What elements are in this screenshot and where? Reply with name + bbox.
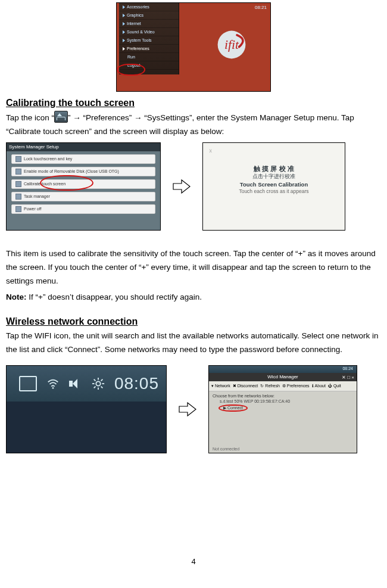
calibration-sub-cn: 点击十字进行校准 — [203, 173, 345, 181]
heading-wireless: Wireless network connection — [6, 316, 381, 327]
screenshot-touch-calibration: ☓ 触 摸 屏 校 准 点击十字进行校准 Touch Screen Calibr… — [202, 142, 345, 231]
calibration-cross-icon: ☓ — [209, 148, 212, 154]
menu-item: Preferences — [119, 45, 179, 53]
heading-calibrating: Calibrating the touch screen — [6, 98, 381, 108]
brand-logo: ifit — [205, 27, 258, 63]
list-item: Enable mode of Removable Disk (Close USB… — [11, 167, 155, 176]
paragraph-calibrate-intro: Tap the icon “” → “Preferences” → “SysSe… — [6, 111, 381, 139]
toolbar: ▾Network ✖Disconnect ↻Refresh ⚙Preferenc… — [209, 381, 357, 391]
calibration-title-cn: 触 摸 屏 校 准 — [203, 164, 345, 173]
svg-line-8 — [94, 379, 96, 381]
menu-item: Sound & Video — [119, 28, 179, 36]
window-title: System Manager Setup — [7, 143, 160, 151]
screenshot-status-bar: 08:05 — [6, 365, 167, 453]
menu-item: Internet — [119, 20, 179, 28]
list-item: Power off — [11, 204, 155, 214]
app-drawer-icon — [19, 376, 37, 391]
arrow-right-icon — [177, 399, 198, 419]
status-time: 08:24 — [342, 366, 353, 371]
speaker-icon — [69, 377, 82, 390]
toolbar-item: ▾Network — [211, 384, 230, 388]
figure-row-wifi: 08:05 08:24 Wicd Manager✕ □ × ▾Network ✖… — [6, 365, 381, 453]
svg-line-11 — [101, 379, 103, 381]
toolbar-item: ⚙Preferences — [282, 384, 310, 388]
paragraph-calibrate-note: Note: If “+” doesn’t disappear, you shou… — [6, 291, 381, 304]
paragraph-wireless: Tap the WIFI icon, the unit will search … — [6, 329, 381, 357]
menu-item: Run — [119, 53, 179, 61]
screenshot-desktop-menu: 08:21 Accessories Graphics Internet Soun… — [116, 2, 271, 92]
screenshot-system-manager-setup: System Manager Setup Lock touchscreen an… — [6, 142, 161, 231]
toolbar-item: ⏻Quit — [328, 384, 341, 388]
figure-row-calibrate: System Manager Setup Lock touchscreen an… — [6, 142, 381, 231]
highlight-oval — [117, 64, 145, 76]
status-time: 08:21 — [255, 5, 267, 10]
brightness-icon — [92, 377, 105, 390]
svg-point-2 — [52, 387, 54, 388]
svg-text:ifit: ifit — [224, 38, 239, 52]
toolbar-item: ℹAbout — [312, 384, 326, 388]
menu-item: Accessories — [119, 3, 179, 11]
calibration-sub-en: Touch each cross as it appears — [203, 188, 345, 194]
status-text: Not connected — [213, 447, 239, 451]
network-entry: s.d.test 50% WEP 00:19:5B:E7:CA:40 — [220, 399, 353, 403]
note-label: Note: — [6, 293, 27, 301]
highlight-oval: ▶ Connect — [219, 405, 248, 412]
menu-item: Graphics — [119, 11, 179, 20]
arrow-right-icon — [171, 176, 192, 197]
svg-line-9 — [101, 386, 103, 388]
menu-item: System Tools — [119, 36, 179, 45]
wifi-icon — [46, 377, 60, 390]
page-number: 4 — [0, 557, 387, 566]
prompt-text: Choose from the networks below: — [213, 394, 353, 398]
toolbar-item: ↻Refresh — [260, 384, 280, 388]
list-item: Lock touchscreen and key — [11, 154, 155, 164]
calibration-title-en: Touch Screen Calibration — [203, 181, 345, 188]
window-title: Wicd Manager✕ □ × — [209, 373, 357, 381]
toolbar-item: ✖Disconnect — [233, 384, 258, 388]
paragraph-calibrate-detail: This item is used to calibrate the sensi… — [6, 247, 381, 288]
screenshot-wicd-manager: 08:24 Wicd Manager✕ □ × ▾Network ✖Discon… — [208, 365, 357, 453]
clock-text: 08:05 — [114, 374, 159, 393]
list-item: Task manager — [11, 192, 155, 201]
desktop-launcher-icon — [54, 111, 68, 123]
close-icon: ✕ □ × — [342, 374, 354, 382]
highlight-oval — [40, 175, 93, 191]
svg-line-10 — [94, 386, 96, 388]
svg-point-3 — [96, 381, 100, 385]
